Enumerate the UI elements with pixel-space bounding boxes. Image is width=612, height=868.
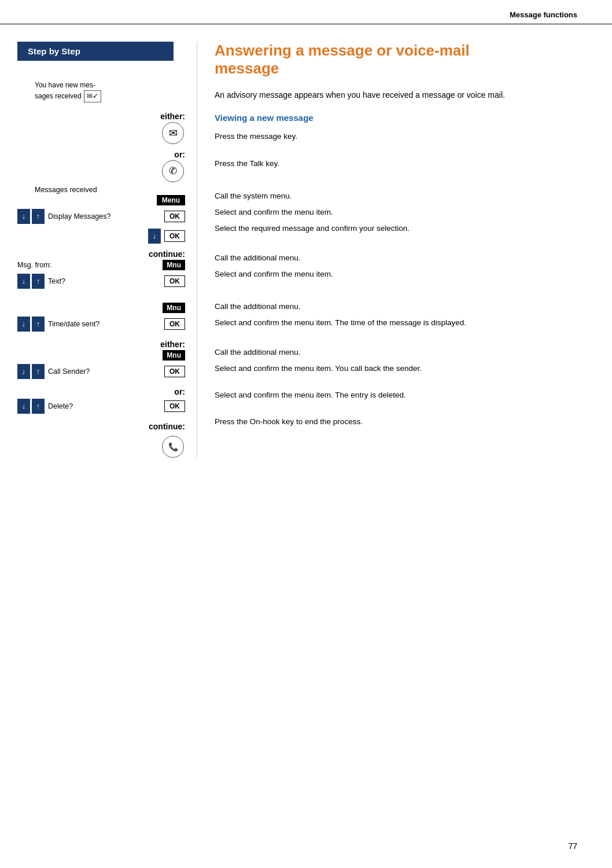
nav-up-3[interactable]: ↑ [32,317,45,332]
either-label-2: either: [17,336,185,350]
screen-new-messages: You have new mes- sages received ✉✓ [35,80,185,102]
nav-arrows-2: ↓ ↑ [17,274,45,289]
ok-button-3[interactable]: OK [164,275,185,287]
down-ok-row: ↓ OK [17,229,185,244]
mnu-button-row-2: Mnu [17,303,185,313]
talk-key-icon: ✆ [162,160,184,182]
mnu-button-3[interactable]: Mnu [163,350,185,361]
main-content: Answering a message or voice-mail messag… [197,42,577,458]
msg-from-label: Msg. from: [17,261,159,269]
mail-check-icon: ✉✓ [84,90,101,102]
messages-received-label: Messages received [35,186,185,194]
text-row: ↓ ↑ Text? OK [17,273,185,290]
instruction-call-additional-menu-2: Call the additional menu. [215,301,577,312]
sidebar: Step by Step You have new mes- sages rec… [17,42,197,458]
ok-button-1[interactable]: OK [164,211,185,222]
onhook-key-icon: 📞 [162,436,184,458]
nav-down-solo[interactable]: ↓ [148,229,161,244]
ok-button-4[interactable]: OK [164,318,185,330]
call-sender-row: ↓ ↑ Call Sender? OK [17,363,185,380]
nav-down-1[interactable]: ↓ [17,209,30,224]
nav-arrows-1: ↓ ↑ [17,209,45,224]
header-title: Message functions [510,10,577,19]
or-label-1: or: [17,146,185,160]
main-description: An advisory message appears when you hav… [215,89,577,101]
mnu-button-2[interactable]: Mnu [163,303,185,313]
instruction-press-onhook: Press the On-hook key to end the process… [215,416,577,428]
instruction-press-talk-key: Press the Talk key. [215,158,577,170]
instruction-select-confirm-time: Select and confirm the menu item. The ti… [215,317,577,329]
ok-button-6[interactable]: OK [164,400,185,412]
instruction-call-system-menu: Call the system menu. [215,190,577,202]
nav-arrows-5: ↓ ↑ [17,399,45,414]
instruction-call-additional-menu-1: Call the additional menu. [215,252,577,264]
screen-msg-line2: sages received [35,91,82,101]
viewing-new-message-heading: Viewing a new message [215,113,577,123]
instruction-select-confirm-call-back: Select and confirm the menu item. You ca… [215,363,577,374]
nav-arrows-4: ↓ ↑ [17,364,45,379]
nav-down-3[interactable]: ↓ [17,317,30,332]
either-label-1: either: [17,108,185,122]
or-label-2: or: [17,384,185,398]
instruction-select-required-message: Select the required message and confirm … [215,223,577,234]
screen-msg-line1: You have new mes- [35,80,101,90]
ok-button-2[interactable]: OK [164,230,185,242]
call-sender-label: Call Sender? [48,367,164,376]
instruction-call-additional-menu-3: Call the additional menu. [215,347,577,358]
menu-button[interactable]: Menu [157,195,185,205]
nav-up-2[interactable]: ↑ [32,274,45,289]
nav-down-5[interactable]: ↓ [17,399,30,414]
time-date-label: Time/date sent? [48,320,164,328]
msg-from-row: Msg. from: Mnu [17,260,185,270]
instruction-press-message-key: Press the message key. [215,131,577,142]
instruction-select-confirm-delete: Select and confirm the menu item. The en… [215,389,577,401]
instruction-select-confirm-1: Select and confirm the menu item. [215,207,577,218]
nav-down-2[interactable]: ↓ [17,274,30,289]
text-label: Text? [48,277,164,285]
message-key-icon: ✉ [162,122,184,144]
display-messages-label: Display Messages? [48,212,164,220]
mnu-button-row-3: Mnu [17,350,185,361]
display-messages-row: ↓ ↑ Display Messages? OK [17,208,185,225]
nav-down-4[interactable]: ↓ [17,364,30,379]
instruction-select-confirm-3: Select and confirm the menu item. [215,269,577,280]
nav-up-1[interactable]: ↑ [32,209,45,224]
mnu-button-1[interactable]: Mnu [163,260,185,270]
continue-label-1: continue: [17,246,185,260]
step-by-step-box: Step by Step [17,42,174,61]
menu-button-row: Menu [17,195,185,205]
delete-label: Delete? [48,402,164,410]
ok-button-5[interactable]: OK [164,366,185,377]
nav-arrows-3: ↓ ↑ [17,317,45,332]
time-date-row: ↓ ↑ Time/date sent? OK [17,315,185,333]
continue-label-2: continue: [17,418,185,432]
main-title: Answering a message or voice-mail messag… [215,42,577,78]
page-header: Message functions [0,0,612,24]
nav-up-5[interactable]: ↑ [32,399,45,414]
nav-up-4[interactable]: ↑ [32,364,45,379]
page-number: 77 [568,841,577,851]
delete-row: ↓ ↑ Delete? OK [17,398,185,415]
